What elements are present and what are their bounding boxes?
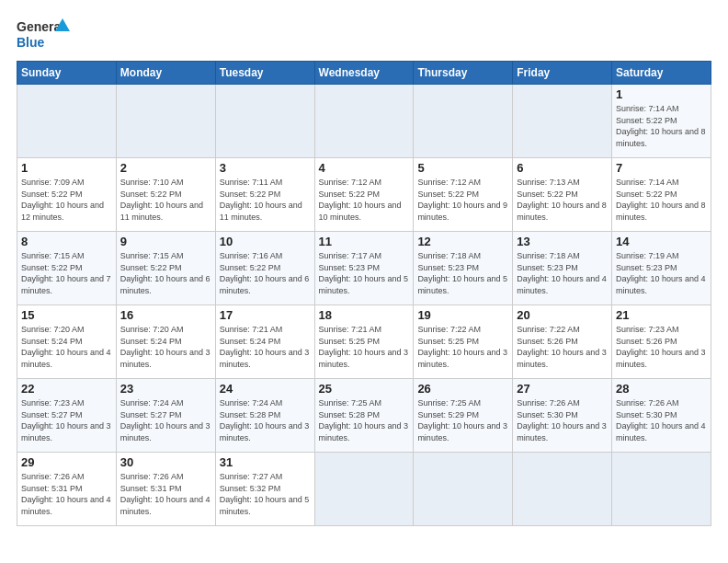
calendar-cell: 24 Sunrise: 7:24 AM Sunset: 5:28 PM Dayl…: [215, 379, 314, 453]
calendar-cell: 2 Sunrise: 7:10 AM Sunset: 5:22 PM Dayli…: [116, 158, 215, 232]
daylight-label: Daylight: 10 hours and 8 minutes.: [517, 201, 607, 222]
page-header: General Blue: [17, 17, 711, 52]
day-info: Sunrise: 7:14 AM Sunset: 5:22 PM Dayligh…: [616, 177, 707, 223]
sunset-label: Sunset: 5:26 PM: [517, 337, 578, 346]
day-info: Sunrise: 7:18 AM Sunset: 5:23 PM Dayligh…: [417, 250, 508, 296]
calendar-cell: [513, 453, 612, 526]
day-number: 7: [616, 161, 707, 175]
day-number: 14: [616, 235, 707, 248]
daylight-label: Daylight: 10 hours and 6 minutes.: [220, 274, 310, 295]
daylight-label: Daylight: 10 hours and 11 minutes.: [220, 201, 302, 222]
calendar-table: SundayMondayTuesdayWednesdayThursdayFrid…: [17, 61, 711, 526]
calendar-cell: 19 Sunrise: 7:22 AM Sunset: 5:25 PM Dayl…: [414, 305, 513, 379]
day-info: Sunrise: 7:26 AM Sunset: 5:31 PM Dayligh…: [120, 471, 211, 517]
sunset-label: Sunset: 5:22 PM: [220, 263, 281, 272]
calendar-cell: [116, 85, 215, 158]
calendar-week-row: 22 Sunrise: 7:23 AM Sunset: 5:27 PM Dayl…: [17, 379, 711, 453]
day-info: Sunrise: 7:09 AM Sunset: 5:22 PM Dayligh…: [21, 177, 112, 223]
daylight-label: Daylight: 10 hours and 3 minutes.: [319, 421, 409, 442]
day-number: 24: [220, 382, 311, 396]
sunset-label: Sunset: 5:22 PM: [417, 190, 479, 199]
sunrise-label: Sunrise: 7:21 AM: [220, 325, 283, 334]
day-info: Sunrise: 7:13 AM Sunset: 5:22 PM Dayligh…: [517, 177, 608, 223]
daylight-label: Daylight: 10 hours and 5 minutes.: [417, 274, 507, 295]
calendar-cell: 22 Sunrise: 7:23 AM Sunset: 5:27 PM Dayl…: [17, 379, 117, 453]
calendar-cell: 27 Sunrise: 7:26 AM Sunset: 5:30 PM Dayl…: [513, 379, 612, 453]
daylight-label: Daylight: 10 hours and 3 minutes.: [517, 348, 607, 369]
calendar-cell: 28 Sunrise: 7:26 AM Sunset: 5:30 PM Dayl…: [612, 379, 711, 453]
calendar-cell: 29 Sunrise: 7:26 AM Sunset: 5:31 PM Dayl…: [17, 453, 117, 526]
sunrise-label: Sunrise: 7:15 AM: [21, 251, 85, 260]
sunrise-label: Sunrise: 7:12 AM: [319, 178, 382, 187]
day-info: Sunrise: 7:19 AM Sunset: 5:23 PM Dayligh…: [616, 250, 707, 296]
day-info: Sunrise: 7:27 AM Sunset: 5:32 PM Dayligh…: [220, 471, 311, 517]
calendar-cell: 18 Sunrise: 7:21 AM Sunset: 5:25 PM Dayl…: [314, 305, 414, 379]
day-info: Sunrise: 7:12 AM Sunset: 5:22 PM Dayligh…: [319, 177, 410, 223]
calendar-cell: 14 Sunrise: 7:19 AM Sunset: 5:23 PM Dayl…: [612, 232, 711, 305]
sunrise-label: Sunrise: 7:13 AM: [517, 178, 580, 187]
sunrise-label: Sunrise: 7:18 AM: [517, 251, 580, 260]
day-number: 25: [319, 382, 410, 396]
sunrise-label: Sunrise: 7:26 AM: [120, 472, 184, 481]
day-info: Sunrise: 7:24 AM Sunset: 5:28 PM Dayligh…: [220, 397, 311, 443]
sunrise-label: Sunrise: 7:15 AM: [120, 251, 184, 260]
day-info: Sunrise: 7:24 AM Sunset: 5:27 PM Dayligh…: [120, 397, 211, 443]
sunset-label: Sunset: 5:22 PM: [21, 263, 83, 272]
day-info: Sunrise: 7:20 AM Sunset: 5:24 PM Dayligh…: [120, 324, 211, 370]
day-number: 21: [616, 308, 707, 322]
logo-svg: General Blue: [17, 17, 72, 52]
logo: General Blue: [17, 17, 72, 52]
daylight-label: Daylight: 10 hours and 10 minutes.: [319, 201, 402, 222]
daylight-label: Daylight: 10 hours and 4 minutes.: [616, 274, 706, 295]
day-info: Sunrise: 7:22 AM Sunset: 5:25 PM Dayligh…: [417, 324, 508, 370]
sunrise-label: Sunrise: 7:14 AM: [616, 104, 679, 113]
calendar-cell: 25 Sunrise: 7:25 AM Sunset: 5:28 PM Dayl…: [314, 379, 414, 453]
day-info: Sunrise: 7:16 AM Sunset: 5:22 PM Dayligh…: [220, 250, 311, 296]
day-info: Sunrise: 7:15 AM Sunset: 5:22 PM Dayligh…: [21, 250, 112, 296]
calendar-cell: 12 Sunrise: 7:18 AM Sunset: 5:23 PM Dayl…: [414, 232, 513, 305]
sunrise-label: Sunrise: 7:26 AM: [517, 398, 580, 408]
calendar-week-row: 1 Sunrise: 7:09 AM Sunset: 5:22 PM Dayli…: [17, 158, 711, 232]
daylight-label: Daylight: 10 hours and 3 minutes.: [120, 348, 210, 369]
day-number: 1: [21, 161, 112, 175]
calendar-cell: [414, 453, 513, 526]
calendar-week-row: 8 Sunrise: 7:15 AM Sunset: 5:22 PM Dayli…: [17, 232, 711, 305]
daylight-label: Daylight: 10 hours and 4 minutes.: [120, 495, 210, 516]
sunrise-label: Sunrise: 7:17 AM: [319, 251, 382, 260]
day-info: Sunrise: 7:10 AM Sunset: 5:22 PM Dayligh…: [120, 177, 211, 223]
calendar-cell: 16 Sunrise: 7:20 AM Sunset: 5:24 PM Dayl…: [116, 305, 215, 379]
sunset-label: Sunset: 5:22 PM: [21, 190, 83, 199]
day-info: Sunrise: 7:21 AM Sunset: 5:24 PM Dayligh…: [220, 324, 311, 370]
sunset-label: Sunset: 5:23 PM: [417, 263, 479, 272]
day-number: 29: [21, 455, 112, 469]
header-cell-thursday: Thursday: [414, 62, 513, 85]
calendar-cell: [314, 85, 414, 158]
calendar-cell: 10 Sunrise: 7:16 AM Sunset: 5:22 PM Dayl…: [215, 232, 314, 305]
day-number: 4: [319, 161, 410, 175]
calendar-cell: 5 Sunrise: 7:12 AM Sunset: 5:22 PM Dayli…: [414, 158, 513, 232]
day-info: Sunrise: 7:11 AM Sunset: 5:22 PM Dayligh…: [220, 177, 311, 223]
daylight-label: Daylight: 10 hours and 11 minutes.: [120, 201, 203, 222]
daylight-label: Daylight: 10 hours and 8 minutes.: [616, 127, 706, 148]
sunrise-label: Sunrise: 7:26 AM: [616, 398, 679, 408]
day-info: Sunrise: 7:21 AM Sunset: 5:25 PM Dayligh…: [319, 324, 410, 370]
calendar-page: General Blue SundayMondayTuesdayWednesda…: [0, 0, 728, 563]
day-number: 18: [319, 308, 410, 322]
day-number: 6: [517, 161, 608, 175]
daylight-label: Daylight: 10 hours and 5 minutes.: [220, 495, 310, 516]
calendar-cell: 20 Sunrise: 7:22 AM Sunset: 5:26 PM Dayl…: [513, 305, 612, 379]
calendar-cell: [17, 85, 117, 158]
calendar-cell: [513, 85, 612, 158]
sunset-label: Sunset: 5:24 PM: [120, 337, 182, 346]
day-number: 11: [319, 235, 410, 248]
daylight-label: Daylight: 10 hours and 9 minutes.: [417, 201, 507, 222]
sunset-label: Sunset: 5:28 PM: [220, 410, 281, 419]
day-info: Sunrise: 7:26 AM Sunset: 5:30 PM Dayligh…: [517, 397, 608, 443]
daylight-label: Daylight: 10 hours and 4 minutes.: [21, 348, 111, 369]
day-info: Sunrise: 7:15 AM Sunset: 5:22 PM Dayligh…: [120, 250, 211, 296]
calendar-cell: 1 Sunrise: 7:14 AM Sunset: 5:22 PM Dayli…: [612, 85, 711, 158]
calendar-cell: 11 Sunrise: 7:17 AM Sunset: 5:23 PM Dayl…: [314, 232, 414, 305]
sunset-label: Sunset: 5:32 PM: [220, 484, 281, 493]
calendar-body: 1 Sunrise: 7:14 AM Sunset: 5:22 PM Dayli…: [17, 85, 711, 526]
calendar-cell: 30 Sunrise: 7:26 AM Sunset: 5:31 PM Dayl…: [116, 453, 215, 526]
